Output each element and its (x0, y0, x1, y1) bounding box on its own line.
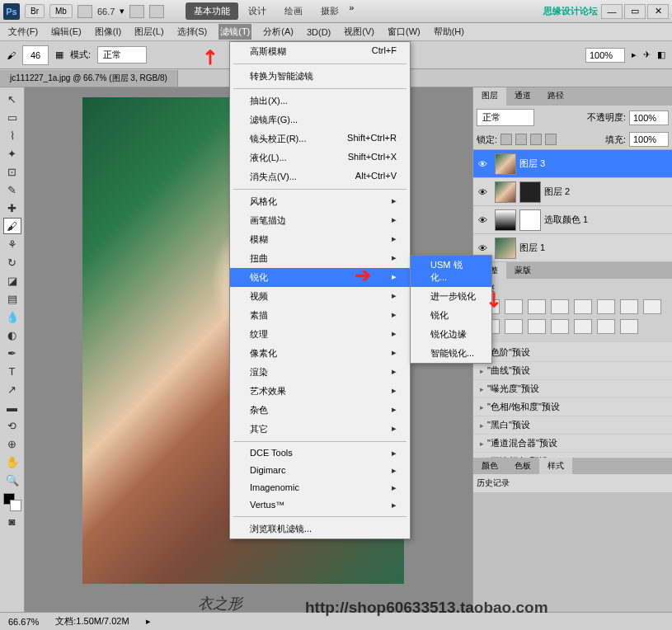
menu-dce[interactable]: DCE Tools▸ (230, 444, 410, 462)
vibrance-icon[interactable] (574, 299, 592, 314)
exposure-icon[interactable] (551, 299, 569, 314)
color-tab[interactable]: 颜色 (473, 458, 506, 474)
submenu-smart-sharpen[interactable]: 智能锐化... (411, 344, 491, 363)
move-tool[interactable]: ↖ (3, 91, 21, 107)
stamp-tool[interactable]: ⚘ (3, 236, 21, 252)
menu-brush-strokes[interactable]: 画笔描边▸ (230, 211, 410, 230)
crop-tool[interactable]: ⊡ (3, 163, 21, 180)
menu-pixelate[interactable]: 像素化▸ (230, 344, 410, 363)
preset-item[interactable]: ▸"黑白"预设 (473, 416, 672, 435)
zoom-status[interactable]: 66.67% (8, 617, 39, 627)
maximize-button[interactable]: ▭ (624, 4, 646, 19)
menu-view[interactable]: 视图(V) (342, 24, 376, 40)
screen-mode-icon[interactable] (149, 5, 164, 18)
menu-analysis[interactable]: 分析(A) (261, 24, 295, 40)
opacity-input[interactable]: 100% (585, 48, 625, 63)
layer-mask-thumbnail[interactable] (519, 181, 541, 203)
selective-color-icon[interactable] (620, 319, 638, 334)
tab-design[interactable]: 设计 (240, 2, 275, 20)
layer-row[interactable]: 👁 图层 3 (473, 150, 672, 178)
minibridge-button[interactable]: Mb (49, 4, 73, 18)
layer-row[interactable]: 👁 图层 2 (473, 178, 672, 206)
tab-essentials[interactable]: 基本功能 (186, 2, 238, 20)
posterize-icon[interactable] (551, 319, 569, 334)
tab-photography[interactable]: 摄影 (313, 2, 347, 20)
type-tool[interactable]: T (3, 363, 21, 379)
path-tool[interactable]: ↗ (3, 381, 21, 397)
menu-window[interactable]: 窗口(W) (386, 24, 422, 40)
menu-other[interactable]: 其它▸ (230, 420, 410, 439)
quickmask-tool[interactable]: ◙ (3, 513, 21, 529)
threshold-icon[interactable] (574, 319, 592, 334)
color-swatches[interactable] (3, 493, 21, 511)
preset-item[interactable]: ▸"曲线"预设 (473, 362, 672, 380)
layer-name[interactable]: 图层 2 (544, 186, 570, 198)
layer-thumbnail[interactable] (495, 181, 516, 203)
submenu-sharpen[interactable]: 锐化 (411, 306, 491, 325)
masks-tab[interactable]: 蒙版 (506, 262, 539, 279)
menu-stylize[interactable]: 风格化▸ (230, 192, 410, 211)
submenu-sharpen-more[interactable]: 进一步锐化 (411, 287, 491, 306)
menu-select[interactable]: 选择(S) (176, 24, 209, 40)
workspace-more-icon[interactable]: » (349, 2, 354, 20)
eraser-tool[interactable]: ◪ (3, 272, 21, 289)
lock-pixels-icon[interactable] (515, 134, 527, 145)
menu-artistic[interactable]: 艺术效果▸ (230, 382, 410, 401)
eyedropper-tool[interactable]: ✎ (3, 181, 21, 198)
menu-sketch[interactable]: 素描▸ (230, 306, 410, 325)
lock-position-icon[interactable] (530, 134, 542, 145)
lock-all-icon[interactable] (545, 134, 557, 145)
pen-tool[interactable]: ✒ (3, 345, 21, 361)
menu-liquify[interactable]: 液化(L)...Shift+Ctrl+X (230, 148, 410, 167)
3d-tool[interactable]: ⟲ (3, 417, 21, 434)
marquee-tool[interactable]: ▭ (3, 109, 21, 125)
blend-mode-select[interactable]: 正常 (97, 46, 147, 63)
visibility-icon[interactable]: 👁 (473, 187, 491, 197)
flyout-icon[interactable]: ▸ (632, 49, 637, 60)
layer-row[interactable]: 👁 选取颜色 1 (473, 206, 672, 234)
menu-convert-smart[interactable]: 转换为智能滤镜 (230, 67, 410, 86)
layer-thumbnail[interactable] (495, 153, 516, 175)
menu-distort[interactable]: 扭曲▸ (230, 249, 410, 268)
menu-3d[interactable]: 3D(D) (305, 26, 332, 39)
layer-fill-input[interactable]: 100% (629, 132, 669, 147)
view-icon[interactable] (78, 5, 92, 18)
gradient-map-icon[interactable] (597, 319, 615, 334)
channels-tab[interactable]: 通道 (506, 87, 539, 106)
history-brush-tool[interactable]: ↻ (3, 254, 21, 270)
dodge-tool[interactable]: ◐ (3, 327, 21, 343)
brush-tool[interactable]: 🖌 (3, 218, 21, 234)
menu-vertus[interactable]: Vertus™▸ (230, 496, 410, 514)
shape-tool[interactable]: ▬ (3, 399, 21, 416)
menu-blur[interactable]: 模糊▸ (230, 230, 410, 249)
styles-tab[interactable]: 样式 (539, 458, 572, 474)
hue-icon[interactable] (597, 299, 615, 314)
submenu-sharpen-edges[interactable]: 锐化边缘 (411, 325, 491, 344)
menu-noise[interactable]: 杂色▸ (230, 401, 410, 420)
bridge-button[interactable]: Br (25, 4, 45, 18)
layer-opacity-input[interactable]: 100% (629, 110, 669, 125)
submenu-usm[interactable]: USM 锐化... (411, 256, 491, 287)
menu-texture[interactable]: 纹理▸ (230, 325, 410, 344)
menu-vanishing-point[interactable]: 消失点(V)...Alt+Ctrl+V (230, 167, 410, 186)
menu-sharpen[interactable]: 锐化▸ (230, 268, 410, 287)
adjustment-thumbnail[interactable] (495, 209, 516, 231)
layer-row[interactable]: 👁 图层 1 (473, 234, 672, 262)
wand-tool[interactable]: ✦ (3, 145, 21, 162)
menu-file[interactable]: 文件(F) (7, 24, 40, 40)
invert-icon[interactable] (528, 319, 546, 334)
blur-tool[interactable]: 💧 (3, 308, 21, 325)
dropdown-icon[interactable]: ▾ (120, 6, 125, 16)
arrange-icon[interactable] (129, 5, 144, 18)
menu-video[interactable]: 视频▸ (230, 287, 410, 306)
menu-imagenomic[interactable]: Imagenomic▸ (230, 479, 410, 496)
visibility-icon[interactable]: 👁 (473, 215, 491, 225)
menu-filter-gallery[interactable]: 滤镜库(G)... (230, 110, 410, 129)
tab-painting[interactable]: 绘画 (276, 2, 311, 20)
preset-item[interactable]: ▸"曝光度"预设 (473, 380, 672, 398)
layers-tab[interactable]: 图层 (473, 87, 506, 106)
hand-tool[interactable]: ✋ (3, 454, 21, 470)
menu-edit[interactable]: 编辑(E) (49, 24, 83, 40)
layer-name[interactable]: 选取颜色 1 (544, 214, 588, 226)
brush-panel-icon[interactable]: ▦ (55, 49, 63, 60)
